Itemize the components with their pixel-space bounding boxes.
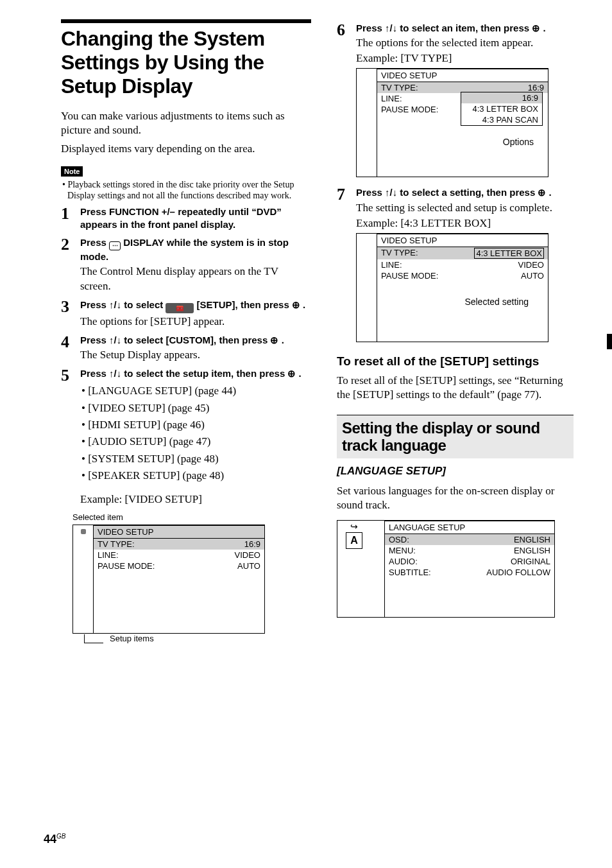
options-label: Options <box>377 137 548 147</box>
selected-setting-label: Selected setting <box>377 297 548 307</box>
osd-key: LINE: <box>98 550 119 560</box>
osd-row: TV TYPE: 4:3 LETTER BOX <box>377 247 548 259</box>
osd-tab-icon <box>73 615 93 633</box>
step-4-head-b: . <box>282 334 284 345</box>
example-label: Example: [VIDEO SETUP] <box>80 493 311 506</box>
osd-title: VIDEO SETUP <box>377 69 548 82</box>
step-2-head: Press ⋯ DISPLAY while the system is in s… <box>80 236 311 263</box>
step-7-head-b: . <box>549 187 552 198</box>
section-rule <box>61 19 311 23</box>
osd-tab-icon <box>73 525 93 543</box>
step-5: 5 Press ↑/↓ to select the setup item, th… <box>61 367 311 484</box>
osd-tab-icon <box>357 141 377 159</box>
step-4-head-a: Press ↑/↓ to select [CUSTOM], then press <box>80 334 270 345</box>
display-icon: ⋯ <box>109 241 121 250</box>
enter-icon: ⊕ <box>292 299 300 310</box>
reset-body: To reset all of the [SETUP] settings, se… <box>337 374 574 402</box>
page-number-suffix: GB <box>56 833 65 840</box>
osd-val: 16:9 <box>244 539 260 549</box>
osd-title: VIDEO SETUP <box>94 526 264 539</box>
osd-tab-icon <box>371 575 384 593</box>
step-4: 4 Press ↑/↓ to select [CUSTOM], then pre… <box>61 334 311 362</box>
osd-video-selected-fig: VIDEO SETUP TV TYPE: 4:3 LETTER BOX LINE… <box>356 233 574 342</box>
osd-tab-icon <box>357 270 377 288</box>
osd-key: SUBTITLE: <box>389 568 431 577</box>
step-6-desc1: The options for the selected item appear… <box>356 36 574 50</box>
osd-row: MENU: ENGLISH <box>385 545 554 556</box>
osd-val: ENGLISH <box>514 546 550 555</box>
step-1-head: Press FUNCTION +/– repeatedly until “DVD… <box>80 205 311 232</box>
step-7-head: Press ↑/↓ to select a setting, then pres… <box>356 186 574 199</box>
step-2-desc: The Control Menu display appears on the … <box>80 265 311 293</box>
reset-heading: To reset all of the [SETUP] settings <box>337 354 574 370</box>
step-4-desc: The Setup Display appears. <box>80 348 311 362</box>
setup-items-label: Setup items <box>110 634 154 643</box>
step-2-head-a: Press <box>80 237 109 248</box>
osd-val: VIDEO <box>518 260 544 270</box>
step-number: 7 <box>337 186 356 342</box>
step-3-head-a: Press ↑/↓ to select <box>80 299 166 310</box>
list-item: • [LANGUAGE SETUP] (page 44) <box>80 383 311 399</box>
selected-item-label: Selected item <box>72 512 311 522</box>
osd-panel: VIDEO SETUP TV TYPE: 16:9 LINE: VIDEO PA… <box>72 525 265 634</box>
step-number: 4 <box>61 334 80 362</box>
step-number: 6 <box>337 22 356 177</box>
osd-val: AUDIO FOLLOW <box>486 568 550 577</box>
page-number: 44GB <box>44 833 65 846</box>
lang-sub: [LANGUAGE SETUP] <box>337 465 574 478</box>
osd-val: 16:9 <box>528 83 544 92</box>
lang-body: Set various languages for the on-screen … <box>337 484 574 512</box>
step-number: 2 <box>61 236 80 293</box>
osd-val: ENGLISH <box>514 535 550 544</box>
osd-option: 4:3 PAN SCAN <box>461 114 542 125</box>
osd-key: PAUSE MODE: <box>98 561 155 571</box>
step-2: 2 Press ⋯ DISPLAY while the system is in… <box>61 236 311 293</box>
step-6-desc2: Example: [TV TYPE] <box>356 51 574 65</box>
osd-row: AUDIO: ORIGINAL <box>385 556 554 567</box>
step-6: 6 Press ↑/↓ to select an item, then pres… <box>337 22 574 177</box>
note-text: • Playback settings stored in the disc t… <box>61 179 311 202</box>
osd-tab-icon <box>357 306 377 324</box>
step-5-head: Press ↑/↓ to select the setup item, then… <box>80 367 311 380</box>
step-7: 7 Press ↑/↓ to select a setting, then pr… <box>337 186 574 342</box>
osd-key: LINE: <box>381 94 402 103</box>
step-6-head-a: Press ↑/↓ to select an item, then press <box>356 22 532 33</box>
enter-icon: ⊕ <box>270 334 278 345</box>
osd-tab-icon <box>371 539 384 557</box>
osd-row: SUBTITLE: AUDIO FOLLOW <box>385 567 554 578</box>
osd-key: TV TYPE: <box>381 83 418 92</box>
osd-key: OSD: <box>389 535 409 544</box>
osd-tab-icon <box>357 234 377 252</box>
step-3-head-b: [SETUP], then press <box>197 299 292 310</box>
osd-title: LANGUAGE SETUP <box>385 521 554 534</box>
step-3-desc: The options for [SETUP] appear. <box>80 315 311 329</box>
arrow-icon: ↪ <box>350 522 358 531</box>
osd-row: LINE: VIDEO <box>377 259 548 270</box>
osd-row: TV TYPE: 16:9 <box>94 539 264 550</box>
list-item: • [SYSTEM SETUP] (page 48) <box>80 451 311 467</box>
osd-video-fig: VIDEO SETUP TV TYPE: 16:9 LINE: VIDEO PA… <box>72 525 311 634</box>
osd-tab-icon <box>371 593 384 611</box>
osd-key: AUDIO: <box>389 557 418 566</box>
osd-key: LINE: <box>381 260 402 270</box>
osd-tab-icon <box>357 69 377 87</box>
osd-tab-icon <box>357 87 377 105</box>
osd-key: TV TYPE: <box>381 248 418 259</box>
osd-row: OSD: ENGLISH <box>385 534 554 545</box>
enter-icon: ⊕ <box>538 187 546 198</box>
step-5-list: • [LANGUAGE SETUP] (page 44) • [VIDEO SE… <box>80 383 311 484</box>
step-7-desc2: Example: [4:3 LETTER BOX] <box>356 216 574 230</box>
step-3-head: Press ↑/↓ to select 🧰 [SETUP], then pres… <box>80 299 311 313</box>
step-1: 1 Press FUNCTION +/– repeatedly until “D… <box>61 205 311 232</box>
step-number: 1 <box>61 205 80 232</box>
step-5-head-b: . <box>299 368 302 379</box>
setup-toolbox-icon: 🧰 <box>166 303 194 313</box>
list-item: • [HDMI SETUP] (page 46) <box>80 417 311 433</box>
osd-row: PAUSE MODE: AUTO <box>94 560 264 571</box>
lang-section-bar: Setting the display or sound track langu… <box>337 415 574 458</box>
osd-tab-icon <box>73 579 93 597</box>
step-number: 5 <box>61 367 80 484</box>
osd-panel: VIDEO SETUP TV TYPE: 4:3 LETTER BOX LINE… <box>356 233 548 342</box>
osd-val: ORIGINAL <box>511 557 550 566</box>
osd-val: 4:3 LETTER BOX <box>474 248 544 259</box>
